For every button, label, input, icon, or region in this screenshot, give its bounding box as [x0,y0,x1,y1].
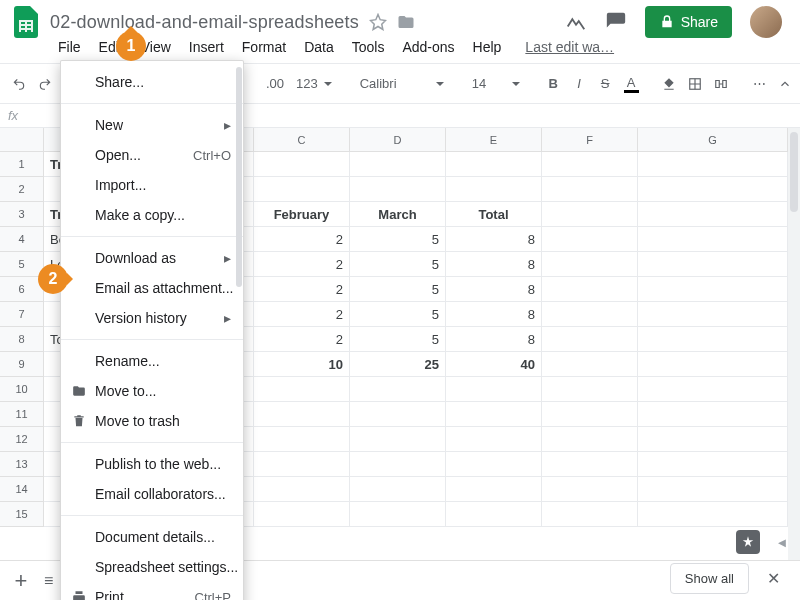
all-sheets-button[interactable]: ≡ [44,572,53,590]
cell[interactable] [350,427,446,452]
cell[interactable] [638,177,788,202]
cell[interactable] [446,502,542,527]
menu-item-share[interactable]: Share... [61,67,243,97]
row-header[interactable]: 11 [0,402,44,427]
cell[interactable] [638,502,788,527]
cell[interactable] [638,352,788,377]
undo-button[interactable] [8,71,30,97]
cell[interactable] [254,152,350,177]
cell[interactable] [350,477,446,502]
menu-item-email-attachment[interactable]: Email as attachment... [61,273,243,303]
cell[interactable]: 5 [350,252,446,277]
cell[interactable] [638,302,788,327]
menu-item-open[interactable]: Open...Ctrl+O [61,140,243,170]
cell[interactable]: 8 [446,227,542,252]
cell[interactable] [350,152,446,177]
cell[interactable] [542,252,638,277]
menu-file[interactable]: File [50,35,89,59]
cell[interactable] [542,377,638,402]
row-header[interactable]: 13 [0,452,44,477]
cell[interactable] [446,402,542,427]
cell[interactable] [638,327,788,352]
cell[interactable] [254,377,350,402]
row-header[interactable]: 2 [0,177,44,202]
menu-item-move-trash[interactable]: Move to trash [61,406,243,436]
strikethrough-button[interactable]: S [594,71,616,97]
menu-item-publish-web[interactable]: Publish to the web... [61,449,243,479]
cell[interactable] [542,277,638,302]
cell[interactable] [542,402,638,427]
show-all-button[interactable]: Show all [670,563,749,594]
redo-button[interactable] [34,71,56,97]
row-header[interactable]: 5 [0,252,44,277]
menu-item-email-collaborators[interactable]: Email collaborators... [61,479,243,509]
menu-addons[interactable]: Add-ons [394,35,462,59]
cell[interactable] [542,427,638,452]
col-header-c[interactable]: C [254,128,350,151]
cell[interactable] [638,277,788,302]
scroll-left-button[interactable]: ◄ [772,532,792,552]
row-header[interactable]: 15 [0,502,44,527]
cell[interactable] [254,177,350,202]
cell[interactable] [254,502,350,527]
borders-button[interactable] [684,71,706,97]
cell[interactable]: 8 [446,327,542,352]
row-header[interactable]: 10 [0,377,44,402]
text-color-button[interactable]: A [620,71,642,97]
menu-item-new[interactable]: New▸ [61,110,243,140]
last-edit-link[interactable]: Last edit wa… [525,39,614,55]
cell[interactable] [638,427,788,452]
menu-format[interactable]: Format [234,35,294,59]
row-header[interactable]: 14 [0,477,44,502]
share-button[interactable]: Share [645,6,732,38]
menu-item-spreadsheet-settings[interactable]: Spreadsheet settings... [61,552,243,582]
cell[interactable]: 2 [254,327,350,352]
add-sheet-button[interactable]: + [8,568,34,594]
menu-item-document-details[interactable]: Document details... [61,522,243,552]
cell[interactable] [350,402,446,427]
cell[interactable]: 25 [350,352,446,377]
cell[interactable] [446,477,542,502]
cell[interactable]: February [254,202,350,227]
cell[interactable] [542,177,638,202]
cell[interactable] [350,452,446,477]
cell[interactable] [446,427,542,452]
cell[interactable]: 8 [446,302,542,327]
cell[interactable] [638,252,788,277]
select-all-corner[interactable] [0,128,44,152]
menu-tools[interactable]: Tools [344,35,393,59]
col-header-e[interactable]: E [446,128,542,151]
cell[interactable] [638,402,788,427]
cell[interactable] [542,327,638,352]
close-banner-button[interactable]: ✕ [757,569,790,588]
cell[interactable]: 2 [254,277,350,302]
cell[interactable] [542,452,638,477]
col-header-f[interactable]: F [542,128,638,151]
activity-icon[interactable] [565,11,587,33]
cell[interactable] [542,202,638,227]
cell[interactable] [638,477,788,502]
decrease-decimal-button[interactable]: .00 [264,71,286,97]
avatar[interactable] [750,6,782,38]
merge-cells-button[interactable] [710,71,732,97]
row-header[interactable]: 3 [0,202,44,227]
cell[interactable] [542,302,638,327]
cell[interactable] [638,227,788,252]
cell[interactable] [254,477,350,502]
italic-button[interactable]: I [568,71,590,97]
col-header-g[interactable]: G [638,128,788,151]
col-header-d[interactable]: D [350,128,446,151]
row-header[interactable]: 7 [0,302,44,327]
cell[interactable]: 2 [254,227,350,252]
comments-icon[interactable] [605,11,627,33]
menu-item-make-copy[interactable]: Make a copy... [61,200,243,230]
fill-color-button[interactable] [658,71,680,97]
cell[interactable] [446,377,542,402]
row-header[interactable]: 8 [0,327,44,352]
number-format-select[interactable]: 123 [290,76,338,91]
cell[interactable] [254,402,350,427]
cell[interactable] [446,152,542,177]
collapse-toolbar-button[interactable] [774,71,796,97]
move-folder-icon[interactable] [397,13,415,31]
font-family-select[interactable]: Calibri [354,76,450,91]
